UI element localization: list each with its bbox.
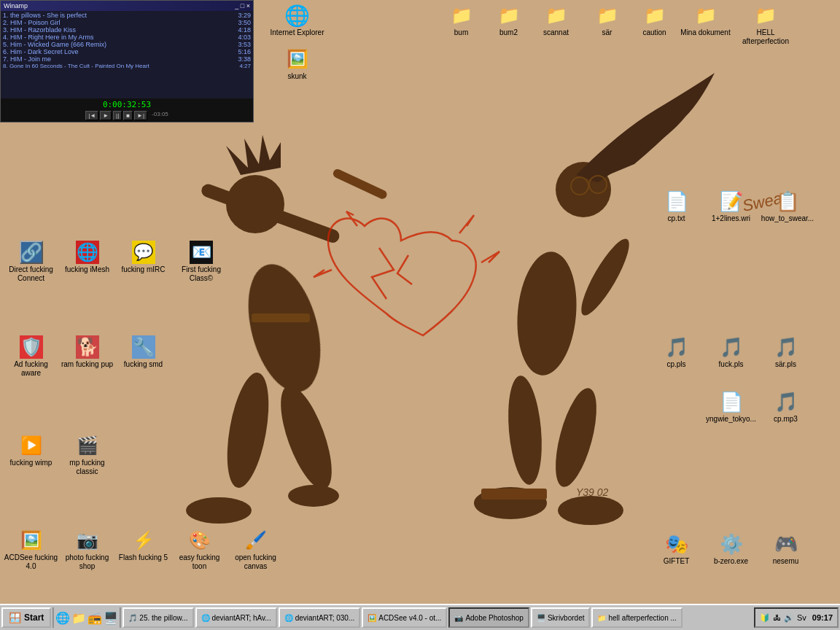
photoshop-icon: 📷 (76, 529, 99, 552)
clock: 09:17 (812, 613, 833, 622)
icon-142lines[interactable]: 📝 1+2lines.wri (704, 190, 758, 223)
icon-label-easy-toon: easy fucking toon (172, 553, 227, 571)
folder-caution[interactable]: 📁 caution (631, 4, 678, 37)
folder-bum2[interactable]: 📁 bum2 (485, 4, 532, 37)
playlist-item[interactable]: 7. HIM - Join me3:38 (3, 55, 251, 63)
playlist-item[interactable]: 6. Him - Dark Secret Love5:16 (3, 48, 251, 55)
next-button[interactable]: ►| (134, 111, 147, 120)
svg-rect-5 (332, 168, 389, 201)
icon-label-b-zero: b-zero.exe (714, 557, 748, 566)
icon-cp-pls[interactable]: 🎵 cp.pls (649, 335, 704, 369)
play-button[interactable]: ► (100, 111, 112, 120)
start-button[interactable]: 🪟 Start (1, 607, 51, 628)
pls-icon: 🎵 (720, 335, 743, 359)
folder-hell[interactable]: 📁 HELL afterperfection (736, 4, 795, 46)
icon-smd[interactable]: 🔧 fucking smd (116, 335, 171, 369)
folder-icon: 📁 (497, 4, 521, 27)
icon-label-skunk: skunk (287, 72, 306, 81)
directconnect-icon: 🔗 (20, 241, 43, 264)
icon-sar-pls[interactable]: 🎵 sär.pls (758, 335, 813, 369)
playlist-item[interactable]: 8. Gone In 60 Seconds - The Cult - Paint… (3, 63, 251, 69)
prev-button[interactable]: |◄ (85, 111, 98, 120)
icon-ram-pup[interactable]: 🐕 ram fucking pup (60, 335, 114, 369)
media-player-controls[interactable]: _ □ × (235, 2, 250, 9)
media-controls[interactable]: 0:00:32:53 |◄ ► || ■ ►| -03:05 (1, 98, 253, 122)
icon-fuck-pls[interactable]: 🎵 fuck.pls (704, 335, 758, 369)
icon-b-zero[interactable]: ⚙️ b-zero.exe (704, 532, 758, 566)
icon-cp-txt[interactable]: 📄 cp.txt (649, 190, 704, 223)
folder-icon: 📁 (596, 4, 619, 27)
taskbar-item-photoshop[interactable]: 📷 Adobe Photoshop (448, 607, 529, 628)
taskbar-item-hell[interactable]: 📁 hell afterperfection ... (591, 607, 682, 628)
start-icon: 🪟 (9, 612, 21, 623)
svg-point-9 (513, 249, 582, 378)
taskbar-item-skrivbordet[interactable]: 🖥️ Skrivbordet (531, 607, 591, 628)
icon-ad-aware[interactable]: 🛡️ Ad fucking aware (4, 335, 58, 378)
icon-label-direct-connect: Direct fucking Connect (4, 265, 58, 283)
icon-photoshop[interactable]: 📷 photo fucking shop (60, 529, 114, 571)
taskbar-item-icon: 🌐 (201, 614, 210, 622)
icon-easy-toon[interactable]: 🎨 easy fucking toon (172, 529, 227, 571)
icon-flash[interactable]: ⚡ Flash fucking 5 (116, 529, 171, 562)
stop-button[interactable]: ■ (123, 111, 133, 120)
svg-point-1 (226, 175, 284, 233)
wimp-icon: ▶️ (20, 434, 43, 457)
taskbar-item-deviantart1[interactable]: 🌐 deviantART; hAv... (195, 607, 277, 628)
folder-mina-dokument[interactable]: 📁 Mina dokument (678, 4, 733, 37)
icon-label-ie: Internet Explorer (271, 28, 324, 37)
media-player-titlebar[interactable]: Winamp _ □ × (1, 1, 253, 11)
icon-first-class[interactable]: 📧 First fucking Class© (172, 241, 230, 283)
playlist-item[interactable]: 4. HIM - Right Here in My Arms4:03 (3, 34, 251, 41)
playlist-item[interactable]: 3. HIM - Razorblade Kiss4:18 (3, 26, 251, 34)
icon-label-ad-aware: Ad fucking aware (4, 360, 58, 378)
pause-button[interactable]: || (113, 111, 122, 120)
icon-mp-classic[interactable]: 🎬 mp fucking classic (60, 434, 114, 476)
quicklaunch-desktop[interactable]: 🖥️ (104, 611, 118, 625)
icon-imesh[interactable]: 🌐 fucking iMesh (60, 241, 114, 274)
quicklaunch-ie[interactable]: 🌐 (55, 611, 70, 625)
tray-icon-antivirus: 🔰 (760, 613, 770, 623)
icon-how-to-swear[interactable]: 📋 how_to_swear... (758, 190, 817, 223)
playlist-item[interactable]: 5. Him - Wicked Game (666 Remix)3:53 (3, 41, 251, 48)
svg-text:Y39 02: Y39 02 (576, 486, 609, 498)
icon-open-canvas[interactable]: 🖌️ open fucking canvas (228, 529, 283, 571)
opencanvas-icon: 🖌️ (244, 529, 268, 552)
icon-label-first-class: First fucking Class© (174, 265, 229, 283)
taskbar-item-label: Skrivbordet (548, 614, 585, 622)
wri-icon: 📝 (720, 190, 743, 213)
icon-nesemu[interactable]: 🎮 nesemu (758, 532, 813, 566)
taskbar-item-label: deviantART; 030... (295, 614, 355, 622)
pls-icon: 🎵 (665, 335, 688, 359)
icon-yngwie[interactable]: 📄 yngwie_tokyo... (704, 390, 758, 424)
icon-label-caution: caution (642, 28, 666, 37)
icon-direct-connect[interactable]: 🔗 Direct fucking Connect (4, 241, 58, 283)
quicklaunch-media[interactable]: 📻 (88, 611, 102, 625)
taskbar-item-deviantart2[interactable]: 🌐 deviantART; 030... (279, 607, 361, 628)
playlist-item[interactable]: 1. the pillows - She is perfect3:29 (3, 12, 251, 19)
taskbar-item-icon: 📁 (597, 614, 606, 622)
icon-skunk[interactable]: 🖼️ skunk (270, 47, 324, 81)
rampup-icon: 🐕 (76, 335, 99, 359)
icon-label-yngwie: yngwie_tokyo... (706, 415, 756, 424)
folder-scannat[interactable]: 📁 scannat (532, 4, 580, 37)
playlist-item[interactable]: 2. HIM - Poison Girl3:50 (3, 19, 251, 26)
icon-label-scannat: scannat (543, 28, 569, 37)
taskbar-item-acdsee[interactable]: 🖼️ ACDSee v4.0 - ot... (362, 607, 447, 628)
taskbar-item-label: Adobe Photoshop (465, 614, 524, 622)
icon-label-cp-txt: cp.txt (668, 214, 685, 223)
icon-wimp[interactable]: ▶️ fucking wimp (4, 434, 58, 467)
icon-mirc[interactable]: 💬 fucking mIRC (116, 241, 171, 274)
folder-sar[interactable]: 📁 sär (583, 4, 631, 37)
firstclass-icon: 📧 (190, 241, 213, 264)
adaware-icon: 🛡️ (20, 335, 43, 359)
taskbar-item-label: hell afterperfection ... (608, 614, 676, 622)
icon-ie[interactable]: 🌐 Internet Explorer (270, 4, 324, 37)
icon-label-mirc: fucking mIRC (121, 265, 165, 274)
quicklaunch-folder[interactable]: 📁 (71, 611, 86, 625)
icon-cp-mp3[interactable]: 🎵 cp.mp3 (758, 390, 813, 424)
icon-giftet[interactable]: 🎭 GIFTET (649, 532, 704, 566)
taskbar-item-pillows[interactable]: 🎵 25. the pillow... (122, 607, 193, 628)
icon-acdsee[interactable]: 🖼️ ACDSee fucking 4.0 (4, 529, 58, 571)
taskbar-item-icon: 🖥️ (537, 614, 545, 622)
folder-bum[interactable]: 📁 bum (438, 4, 485, 37)
